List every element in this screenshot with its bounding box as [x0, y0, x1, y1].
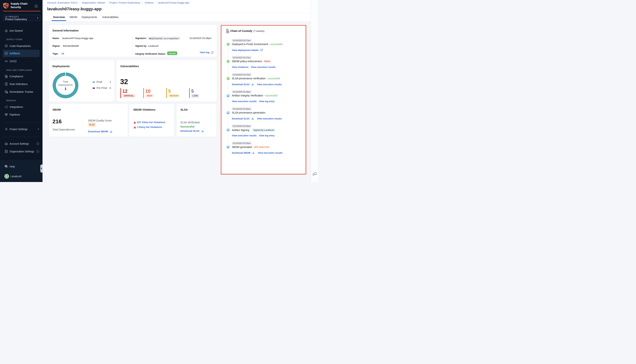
svg-text:?: ?: [6, 166, 6, 167]
